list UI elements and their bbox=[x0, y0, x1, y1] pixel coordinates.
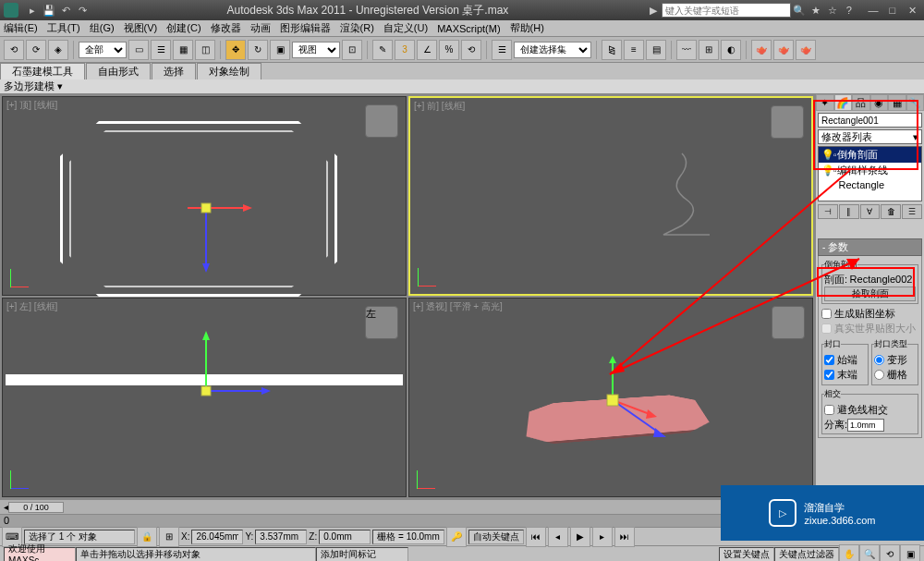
pick-profile-button[interactable]: 拾取剖面 bbox=[824, 287, 916, 301]
viewcube-front[interactable] bbox=[771, 105, 804, 139]
prev-frame-icon[interactable]: ◂ bbox=[548, 527, 568, 547]
rollout-params-header[interactable]: - 参数 bbox=[818, 238, 922, 256]
menu-maxscript[interactable]: MAXScript(M) bbox=[437, 23, 500, 34]
tab-create-icon[interactable]: ✦ bbox=[816, 94, 834, 111]
mirror-icon[interactable]: ⧎ bbox=[602, 40, 622, 60]
render-frame-icon[interactable]: 🫖 bbox=[773, 40, 794, 60]
configure-button[interactable]: ☰ bbox=[902, 204, 922, 219]
cap-morph-radio[interactable] bbox=[874, 355, 884, 365]
move-icon[interactable]: ✥ bbox=[225, 40, 246, 60]
nav-zoom-icon[interactable]: 🔍 bbox=[859, 544, 880, 562]
rotate-icon[interactable]: ↻ bbox=[248, 40, 268, 60]
help-icon[interactable]: ? bbox=[843, 4, 856, 17]
use-center-icon[interactable]: ⊡ bbox=[342, 40, 362, 60]
info-icon[interactable]: ★ bbox=[809, 4, 822, 17]
select-object-icon[interactable]: ▭ bbox=[128, 40, 149, 60]
x-coord-input[interactable] bbox=[191, 530, 243, 544]
menu-grapheditors[interactable]: 图形编辑器 bbox=[280, 21, 331, 35]
show-end-button[interactable]: ∥ bbox=[839, 204, 859, 219]
tab-graphite[interactable]: 石墨建模工具 bbox=[0, 63, 85, 79]
nav-pan-icon[interactable]: ✋ bbox=[839, 544, 859, 562]
menu-animation[interactable]: 动画 bbox=[250, 21, 271, 35]
spinner-snap-icon[interactable]: ⟲ bbox=[461, 40, 481, 60]
nav-max-icon[interactable]: ▣ bbox=[900, 544, 920, 562]
viewport-left-label[interactable]: [+] 左] [线框] bbox=[6, 300, 57, 313]
setkey-button[interactable]: 设置关键点 bbox=[719, 547, 774, 562]
menu-customize[interactable]: 自定义(U) bbox=[383, 21, 428, 35]
render-icon[interactable]: 🫖 bbox=[796, 40, 816, 60]
menu-tools[interactable]: 工具(T) bbox=[47, 21, 80, 35]
qat-save-icon[interactable]: 💾 bbox=[43, 4, 55, 17]
minimize-button[interactable]: — bbox=[867, 4, 880, 17]
abs-transform-icon[interactable]: ⊞ bbox=[159, 527, 179, 547]
z-coord-input[interactable] bbox=[319, 530, 371, 544]
tab-modify-icon[interactable]: 🌈 bbox=[834, 94, 853, 111]
stack-item-rectangle[interactable]: Rectangle bbox=[819, 178, 921, 191]
pin-stack-button[interactable]: ⊣ bbox=[818, 204, 838, 219]
snap-icon[interactable]: 3 bbox=[395, 40, 415, 60]
tab-objectpaint[interactable]: 对象绘制 bbox=[197, 63, 261, 79]
next-frame-icon[interactable]: ▸ bbox=[592, 527, 613, 547]
gen-map-checkbox[interactable] bbox=[821, 309, 832, 319]
modifier-stack[interactable]: 💡▫ 倒角剖面 💡▫ 编辑样条线 Rectangle bbox=[818, 146, 922, 201]
window-crossing-icon[interactable]: ◫ bbox=[195, 40, 215, 60]
viewport-front[interactable]: [+] 前] [线框] bbox=[408, 96, 813, 296]
viewport-top[interactable]: [+] 顶] [线框] bbox=[2, 96, 407, 296]
viewport-front-label[interactable]: [+] 前] [线框] bbox=[414, 100, 465, 113]
scale-icon[interactable]: ▣ bbox=[270, 40, 290, 60]
render-setup-icon[interactable]: 🫖 bbox=[751, 40, 772, 60]
menu-create[interactable]: 创建(C) bbox=[166, 21, 201, 35]
qat-open-icon[interactable]: ▸ bbox=[26, 4, 39, 17]
goto-start-icon[interactable]: ⏮ bbox=[526, 527, 546, 547]
menu-help[interactable]: 帮助(H) bbox=[510, 21, 544, 35]
qat-redo-icon[interactable]: ↷ bbox=[76, 4, 89, 17]
persp-gizmo[interactable] bbox=[594, 363, 871, 502]
tab-hierarchy-icon[interactable]: 品 bbox=[852, 94, 870, 111]
schematic-icon[interactable]: ⊞ bbox=[699, 40, 719, 60]
curve-editor-icon[interactable]: 〰 bbox=[676, 40, 697, 60]
unique-button[interactable]: ∀ bbox=[860, 204, 881, 219]
viewport-top-label[interactable]: [+] 顶] [线框] bbox=[6, 99, 57, 112]
stack-item-bevelprofile[interactable]: 💡▫ 倒角剖面 bbox=[819, 147, 921, 163]
tab-utilities-icon[interactable]: 🔧 bbox=[906, 94, 925, 111]
time-slider-knob[interactable]: 0 / 100 bbox=[8, 502, 64, 513]
time-tag[interactable]: 添加时间标记 bbox=[316, 547, 408, 562]
selection-filter-combo[interactable]: 全部 bbox=[79, 42, 127, 58]
viewcube-top[interactable] bbox=[365, 104, 398, 138]
align-icon[interactable]: ≡ bbox=[624, 40, 644, 60]
bind-icon[interactable]: ◈ bbox=[48, 40, 68, 60]
cap-grid-radio[interactable] bbox=[874, 370, 884, 380]
object-name-input[interactable]: Rectangle001 bbox=[818, 113, 922, 128]
layers-icon[interactable]: ▤ bbox=[646, 40, 666, 60]
ribbon-subtab[interactable]: 多边形建模 ▾ bbox=[0, 79, 924, 94]
close-button[interactable]: ✕ bbox=[906, 4, 918, 17]
autokey-button[interactable]: 自动关键点 bbox=[468, 530, 524, 544]
viewport-left[interactable]: [+] 左] [线框] 左 bbox=[2, 298, 407, 497]
percent-snap-icon[interactable]: % bbox=[439, 40, 459, 60]
menu-group[interactable]: 组(G) bbox=[90, 21, 115, 35]
help-search-icon[interactable]: 🔍 bbox=[793, 4, 806, 17]
viewport-perspective[interactable]: [+] 透视] [平滑 + 高光] bbox=[408, 298, 813, 497]
viewcube-persp[interactable] bbox=[772, 306, 805, 339]
material-icon[interactable]: ◐ bbox=[721, 40, 741, 60]
maxscript-listener[interactable]: 欢迎使用 MAXSc bbox=[4, 547, 76, 562]
menu-rendering[interactable]: 渲染(R) bbox=[340, 21, 374, 35]
rect-region-icon[interactable]: ▦ bbox=[173, 40, 193, 60]
comm-icon[interactable]: ☆ bbox=[826, 4, 839, 17]
manipulate-icon[interactable]: ✎ bbox=[372, 40, 393, 60]
ref-coord-combo[interactable]: 视图 bbox=[292, 42, 340, 58]
maximize-button[interactable]: □ bbox=[886, 4, 899, 17]
tab-display-icon[interactable]: ▦ bbox=[888, 94, 906, 111]
goto-end-icon[interactable]: ⏭ bbox=[614, 527, 635, 547]
viewport-persp-label[interactable]: [+] 透视] [平滑 + 高光] bbox=[413, 300, 503, 313]
stack-item-editspline[interactable]: 💡▫ 编辑样条线 bbox=[819, 163, 921, 178]
menu-view[interactable]: 视图(V) bbox=[124, 21, 158, 35]
menu-modifiers[interactable]: 修改器 bbox=[211, 21, 241, 35]
modifier-list-combo[interactable]: 修改器列表▾ bbox=[818, 129, 922, 144]
arrow-icon[interactable]: ▶ bbox=[647, 4, 660, 17]
remove-mod-button[interactable]: 🗑 bbox=[881, 204, 901, 219]
play-icon[interactable]: ▶ bbox=[570, 527, 590, 547]
named-selset-combo[interactable]: 创建选择集 bbox=[514, 42, 591, 58]
key-icon[interactable]: 🔑 bbox=[446, 527, 467, 547]
tab-selection[interactable]: 选择 bbox=[152, 63, 196, 79]
